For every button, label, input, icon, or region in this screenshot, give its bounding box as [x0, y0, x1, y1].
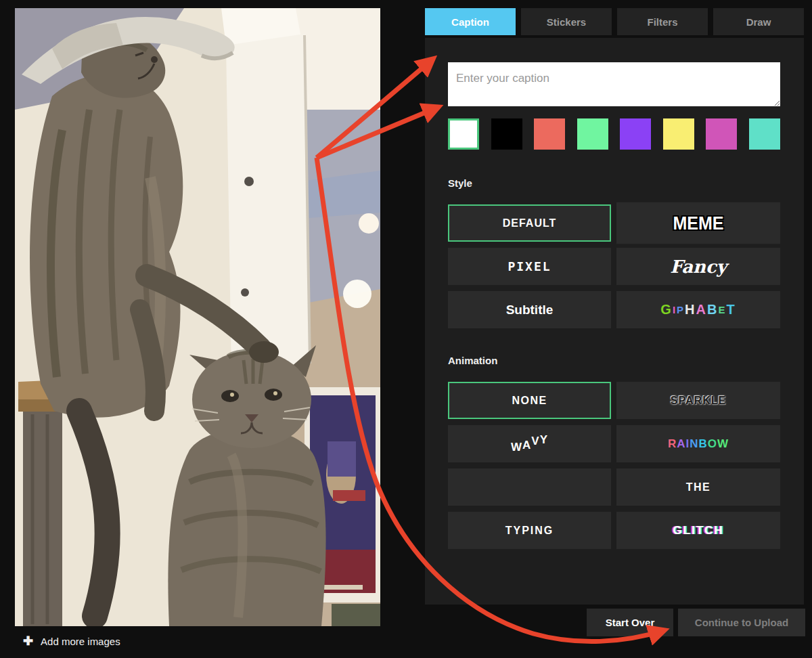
- animation-option-typing[interactable]: TYPING: [448, 512, 611, 549]
- add-more-images-label: Add more images: [41, 636, 120, 647]
- caption-color-swatch-3[interactable]: [577, 118, 608, 150]
- animation-option-glitch[interactable]: GLITCH: [616, 512, 780, 549]
- style-option-default[interactable]: DEFAULT: [448, 204, 611, 242]
- animation-option-the[interactable]: THE: [616, 468, 780, 506]
- caption-color-swatch-5[interactable]: [663, 118, 694, 150]
- animation-options-grid: NONESPARKLEWAVYRAINBOWTHETYPINGGLITCH: [448, 382, 780, 549]
- style-option-giphabet[interactable]: GIPHABET: [616, 291, 780, 328]
- plus-icon: ✚: [23, 635, 33, 647]
- animation-option-sparkle[interactable]: SPARKLE: [616, 382, 780, 419]
- caption-color-swatch-6[interactable]: [706, 118, 737, 150]
- tab-stickers[interactable]: Stickers: [521, 8, 612, 35]
- gif-editor-app: ✚ Add more images CaptionStickersFilters…: [0, 0, 812, 658]
- style-section-label: Style: [448, 177, 472, 189]
- caption-color-swatch-0[interactable]: [448, 118, 479, 150]
- tab-draw[interactable]: Draw: [713, 8, 804, 35]
- caption-color-swatch-7[interactable]: [749, 118, 780, 150]
- continue-to-upload-button[interactable]: Continue to Upload: [678, 609, 805, 636]
- caption-color-swatch-2[interactable]: [534, 118, 565, 150]
- cat-scene-illustration: [15, 8, 380, 626]
- editor-tab-bar: CaptionStickersFiltersDraw: [425, 8, 804, 35]
- animation-option-rainbow[interactable]: RAINBOW: [616, 425, 780, 462]
- start-over-button[interactable]: Start Over: [587, 609, 673, 636]
- caption-color-swatch-4[interactable]: [620, 118, 651, 150]
- caption-color-swatch-1[interactable]: [491, 118, 522, 150]
- animation-option-fade[interactable]: [448, 468, 611, 506]
- caption-panel: Style DEFAULTMEMEPIXELFancySubtitleGIPHA…: [425, 38, 804, 605]
- add-more-images-button[interactable]: ✚ Add more images: [23, 635, 120, 647]
- style-option-subtitle[interactable]: Subtitle: [448, 291, 611, 328]
- animation-option-none[interactable]: NONE: [448, 382, 611, 419]
- caption-color-swatches: [448, 118, 780, 150]
- style-options-grid: DEFAULTMEMEPIXELFancySubtitleGIPHABET: [448, 204, 780, 328]
- caption-input[interactable]: [448, 62, 780, 106]
- animation-section-label: Animation: [448, 355, 497, 366]
- tab-caption[interactable]: Caption: [425, 8, 516, 35]
- style-option-pixel[interactable]: PIXEL: [448, 248, 611, 285]
- style-option-meme[interactable]: MEME: [616, 202, 780, 244]
- style-option-fancy[interactable]: Fancy: [616, 248, 780, 285]
- animation-option-wavy[interactable]: WAVY: [448, 425, 611, 462]
- gif-preview-image: [15, 8, 380, 626]
- tab-filters[interactable]: Filters: [617, 8, 708, 35]
